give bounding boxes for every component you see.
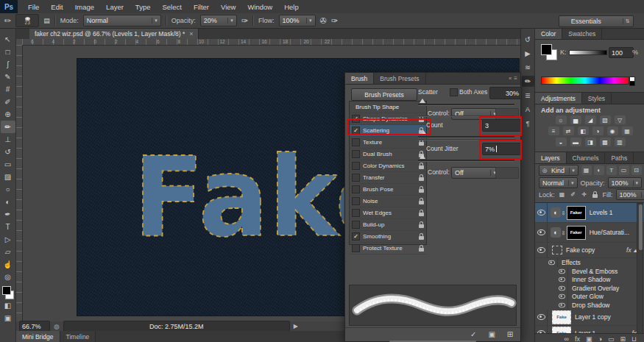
count-slider[interactable]	[418, 136, 514, 138]
app-logo[interactable]: Ps	[0, 0, 18, 13]
lasso-tool[interactable]: ʃ	[1, 58, 15, 71]
adjustment-icon[interactable]: ▥	[615, 138, 626, 146]
panel-menu-icon[interactable]: ≡	[514, 75, 517, 82]
type-tool[interactable]: T	[1, 221, 15, 233]
tab-timeline[interactable]: Timeline	[60, 331, 96, 342]
adjustment-icon[interactable]: ▬	[570, 138, 581, 146]
quick-mask-button[interactable]: ◧	[1, 299, 15, 312]
tab-swatches[interactable]: Swatches	[562, 28, 602, 39]
layer-row-levels-1[interactable]: ◐∞FakerLevels 1	[535, 203, 644, 223]
adjustment-icon[interactable]: ◒	[556, 138, 567, 146]
lock-preview-icon[interactable]: ▣	[488, 330, 495, 338]
checkbox[interactable]	[352, 244, 360, 252]
brush-option-color-dynamics[interactable]: Color Dynamics	[350, 160, 426, 172]
scatter-control-dropdown[interactable]: Off ▾	[451, 108, 500, 120]
actions-panel-button[interactable]: ▶	[522, 48, 534, 59]
close-icon[interactable]: ×	[189, 30, 193, 38]
brush-option-smoothing[interactable]: ✓Smoothing	[350, 231, 426, 243]
mode-dropdown[interactable]: Normal ▾	[83, 15, 161, 26]
filter-kind-dropdown[interactable]: ◎ Kind ▾	[539, 165, 578, 176]
brush-option-protect-texture[interactable]: Protect Texture	[350, 243, 426, 254]
pen-tool[interactable]: ✒	[1, 208, 15, 221]
checkbox[interactable]	[352, 209, 360, 217]
rectangular-marquee-tool[interactable]: □	[1, 46, 15, 58]
confirm-icon[interactable]: ✓	[470, 330, 476, 338]
lock-transparency[interactable]: ▦	[558, 190, 567, 199]
path-selection-tool[interactable]: ▷	[1, 233, 15, 246]
lock-icon[interactable]	[419, 248, 424, 252]
layer-row-fake-copy[interactable]: Fake copyfx▴	[535, 243, 644, 258]
delete-layer-button[interactable]: ⊔	[631, 335, 637, 342]
color-spectrum-ramp[interactable]	[541, 76, 629, 85]
visibility-toggle[interactable]	[535, 243, 548, 257]
menu-image[interactable]: Image	[69, 3, 100, 11]
brush-option-wet-edges[interactable]: Wet Edges	[350, 207, 426, 219]
visibility-toggle[interactable]	[535, 223, 548, 242]
brush-preset-picker[interactable]: 23	[15, 14, 39, 27]
layer-mask-thumbnail[interactable]: Faker	[567, 206, 586, 220]
brush-option-transfer[interactable]: Transfer	[350, 172, 426, 184]
visibility-toggle[interactable]	[556, 276, 568, 285]
history-panel-button[interactable]: ↺	[522, 34, 534, 45]
status-arrow-icon[interactable]: ▶	[294, 323, 298, 329]
opacity-dropdown[interactable]: 20% ▾	[200, 15, 237, 26]
k-channel-slider[interactable]	[569, 50, 607, 55]
checkbox[interactable]	[352, 174, 360, 182]
both-axes-checkbox[interactable]	[450, 88, 458, 96]
pen-pressure-size-icon[interactable]: ✑	[331, 16, 338, 26]
visibility-toggle[interactable]	[545, 258, 558, 267]
add-layer-mask-button[interactable]: ▣	[586, 335, 592, 342]
lock-icon[interactable]	[419, 189, 424, 193]
adjustment-icon[interactable]: ◨	[585, 138, 596, 146]
layer-thumbnail[interactable]: Fake	[552, 310, 571, 324]
adjustment-icon[interactable]: ▧	[600, 115, 611, 124]
blend-mode-dropdown[interactable]: Normal ▾	[539, 177, 578, 188]
new-group-button[interactable]: ▭	[608, 335, 615, 342]
document-tab[interactable]: faker ch2 wiz.psd @ 66.7% (Levels 1, Lay…	[29, 28, 199, 39]
airbrush-icon[interactable]: ✇	[320, 16, 327, 26]
checkbox[interactable]: ✓	[352, 127, 360, 135]
lock-position[interactable]: ✛	[580, 190, 589, 199]
lock-icon[interactable]	[419, 201, 424, 204]
spot-healing-brush-tool[interactable]: ⊕	[1, 108, 15, 121]
brush-option-scattering[interactable]: ✓Scattering	[350, 125, 426, 137]
flow-dropdown[interactable]: 100% ▾	[279, 15, 316, 26]
new-adjustment-layer-button[interactable]: ◑	[598, 335, 601, 342]
foreground-color-swatch[interactable]	[541, 44, 552, 55]
link-layers-button[interactable]: ∞	[565, 335, 569, 342]
clone-stamp-tool[interactable]: ⊥	[1, 133, 15, 146]
brush-option-build-up[interactable]: Build-up	[350, 219, 426, 231]
lock-icon[interactable]	[419, 224, 424, 228]
menu-layer[interactable]: Layer	[100, 3, 130, 11]
adjustment-icon[interactable]: ▩	[600, 138, 611, 146]
checkbox[interactable]	[352, 185, 360, 193]
adjustment-icon[interactable]: ◧	[578, 127, 589, 135]
lock-icon[interactable]	[419, 177, 424, 181]
layer-row-drop-shadow[interactable]: Drop Shadow	[535, 301, 644, 310]
brush-option-dual-brush[interactable]: Dual Brush	[350, 149, 426, 160]
menu-select[interactable]: Select	[156, 3, 187, 11]
layer-row-layer-1-copy[interactable]: FakeLayer 1 copy	[535, 310, 644, 326]
count-jitter-slider[interactable]	[418, 160, 514, 162]
count-jitter-field[interactable]: 7%	[482, 143, 522, 155]
adjustment-icon[interactable]: ◑	[592, 127, 604, 135]
zoom-tool[interactable]: ◎	[1, 271, 15, 283]
brush-tool-icon[interactable]: ✏	[4, 16, 11, 26]
eyedropper-tool[interactable]: ✐	[1, 96, 15, 108]
visibility-toggle[interactable]	[556, 284, 568, 293]
menu-help[interactable]: Help	[278, 3, 305, 11]
jitter-control-dropdown[interactable]: Off ▾	[451, 167, 500, 179]
new-brush-icon[interactable]: ⊞	[507, 330, 513, 338]
new-layer-button[interactable]: ⊞	[620, 335, 626, 342]
dodge-tool[interactable]: ◐	[1, 196, 15, 208]
menu-view[interactable]: View	[215, 3, 241, 11]
adjustment-icon[interactable]: ⇄	[563, 127, 574, 135]
eraser-tool[interactable]: ▭	[1, 158, 15, 171]
checkbox[interactable]	[352, 150, 360, 158]
character-panel-button[interactable]: A	[522, 104, 534, 115]
brush-option-noise[interactable]: Noise	[350, 196, 426, 207]
visibility-toggle[interactable]	[535, 310, 548, 325]
foreground-background-swatches[interactable]	[541, 44, 557, 60]
zoom-level-field[interactable]: 66.7%	[19, 321, 50, 332]
tab-color[interactable]: Color	[535, 28, 562, 39]
